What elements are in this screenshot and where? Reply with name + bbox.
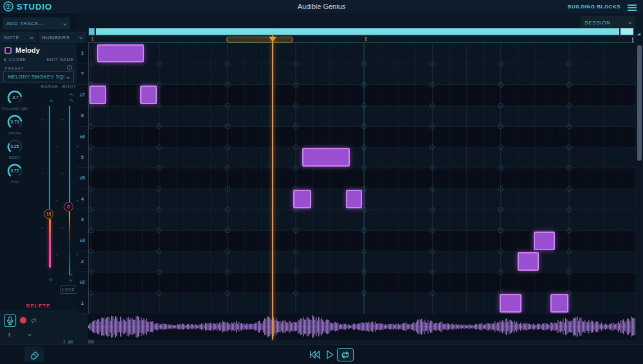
note-block[interactable] (534, 232, 555, 250)
piano-roll-grid[interactable] (88, 43, 635, 314)
add-track-dropdown[interactable]: ADD TRACK... (3, 17, 70, 30)
play-icon (326, 350, 334, 359)
note-block[interactable] (140, 86, 157, 104)
note-block[interactable] (97, 44, 144, 63)
root-slider-handle[interactable]: C (64, 202, 73, 212)
loop-bar[interactable] (96, 28, 619, 35)
session-label: SESSION (584, 20, 626, 26)
track-name: Melody (15, 46, 40, 54)
building-blocks-button[interactable]: BUILDING BLOCKS (568, 4, 620, 10)
row-label: 1 (77, 43, 88, 64)
bar-number: 2 (365, 37, 367, 41)
loop-bar-cap[interactable] (89, 28, 95, 35)
knob-top[interactable]: 0.72TOP (0, 163, 30, 184)
preset-dropdown[interactable]: MELODY SMOKEY SQUARE (3, 71, 74, 82)
hscroll-thumb[interactable] (88, 340, 94, 343)
note-block[interactable] (500, 294, 521, 313)
range-label: RANGE (40, 84, 59, 89)
info-icon[interactable]: i (67, 65, 72, 70)
menu-icon[interactable] (628, 3, 637, 11)
knob-value: 0.25 (0, 144, 30, 149)
delete-button[interactable]: DELETE (0, 303, 77, 309)
range-slider-handle[interactable]: 13 (44, 209, 53, 219)
loop-bar-end[interactable] (620, 28, 633, 35)
chevron-down-icon (66, 75, 70, 79)
slider-tick (62, 173, 63, 174)
eraser-icon (24, 347, 44, 362)
root-slider-upper (69, 106, 70, 202)
loop-toggle-button[interactable] (337, 348, 354, 361)
note-block[interactable] (346, 190, 362, 208)
note-block[interactable] (89, 86, 106, 104)
knob-value: 0.72 (0, 168, 30, 173)
add-track-label: ADD TRACK... (6, 21, 61, 26)
range-slider-lower (49, 219, 51, 268)
chevron-down-icon (628, 21, 632, 24)
close-button[interactable]: CLOSE (5, 57, 26, 62)
bar-select-dropdown[interactable]: 1 (4, 330, 35, 339)
loop-icon (340, 350, 351, 359)
slider-tick (57, 254, 58, 255)
waveform[interactable] (88, 314, 635, 340)
note-block[interactable] (518, 252, 539, 271)
row-label: 3 (77, 210, 88, 230)
playhead-line[interactable] (272, 35, 273, 340)
row-label: 6 (77, 105, 88, 126)
track-color-icon[interactable] (5, 47, 12, 54)
slider-tick (77, 200, 78, 201)
grid-lines (89, 43, 635, 314)
vertical-scrollbar[interactable] (637, 35, 642, 340)
slider-tick (62, 119, 63, 120)
note-mode-label: NOTE (4, 35, 28, 41)
range-slider-upper (49, 106, 50, 209)
preset-value: MELODY SMOKEY SQUARE (8, 74, 64, 80)
knob-label: BODY (0, 156, 30, 159)
edit-name-button[interactable]: EDIT NAME (47, 57, 75, 62)
knob-body[interactable]: 0.25BODY (0, 138, 30, 159)
waveform-area[interactable] (88, 314, 635, 340)
note-block[interactable] (302, 148, 350, 167)
chevron-down-icon (63, 22, 67, 26)
slider-tick (42, 173, 43, 174)
session-dropdown[interactable]: SESSION (581, 16, 635, 29)
row-label: 2 (77, 251, 88, 272)
vscroll-thumb[interactable] (637, 45, 642, 161)
preset-label: PRESET (5, 66, 24, 71)
loop-small-icon[interactable] (30, 317, 38, 324)
chevron-down-icon (79, 35, 83, 39)
row-label: 5 (77, 147, 88, 168)
play-button[interactable] (326, 350, 334, 362)
chevron-left-icon (4, 58, 8, 62)
mic-button[interactable] (4, 314, 16, 327)
bottom-bar (0, 344, 643, 364)
record-button[interactable] (20, 317, 26, 323)
knob-volume[interactable]: -3.7VOLUME (dB) (0, 89, 30, 111)
note-block[interactable] (550, 294, 568, 313)
knob-value: 0.79 (0, 120, 30, 124)
eraser-button[interactable] (24, 347, 44, 362)
row-label-column: 17♭76♭65♭543♭32♭21 (77, 43, 88, 314)
studio-app: STUDIO Audible Genius BUILDING BLOCKS AD… (0, 0, 643, 364)
slider-tick (42, 227, 43, 228)
row-label: 1 (77, 293, 88, 314)
slider-tick (77, 146, 78, 147)
slider-tick (42, 119, 43, 120)
slider-tick (62, 227, 63, 228)
row-label: ♭5 (77, 168, 88, 188)
knob-drive[interactable]: 0.79DRIVE (0, 114, 30, 135)
timeline-ruler[interactable]: 12 (88, 35, 635, 43)
lock-button[interactable]: LOCK (60, 286, 77, 294)
rewind-button[interactable] (309, 350, 320, 362)
root-label: ROOT (60, 84, 78, 89)
knob-label: TOP (0, 180, 30, 184)
note-block[interactable] (293, 190, 311, 208)
page-title: Audible Genius (0, 3, 643, 10)
bar-number: 1 (91, 37, 94, 41)
loop-scope[interactable]: 1 All (63, 340, 85, 344)
horizontal-scrollbar[interactable] (88, 340, 635, 344)
loop-selection[interactable] (226, 37, 293, 42)
ruler-end-tick (632, 37, 633, 42)
row-label: ♭3 (77, 230, 88, 251)
note-mode-dropdown[interactable]: NOTE (0, 32, 37, 43)
numbers-mode-dropdown[interactable]: NUMBERS (38, 32, 86, 43)
